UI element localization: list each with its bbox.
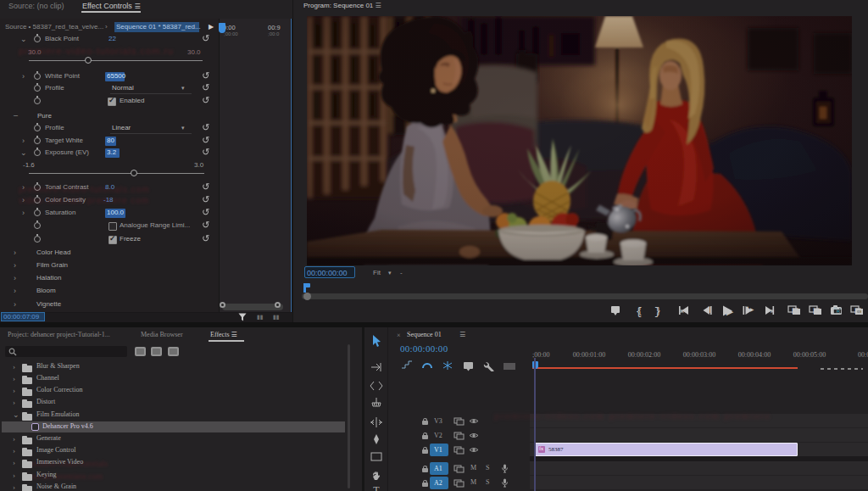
svg-text:T: T bbox=[373, 484, 380, 491]
